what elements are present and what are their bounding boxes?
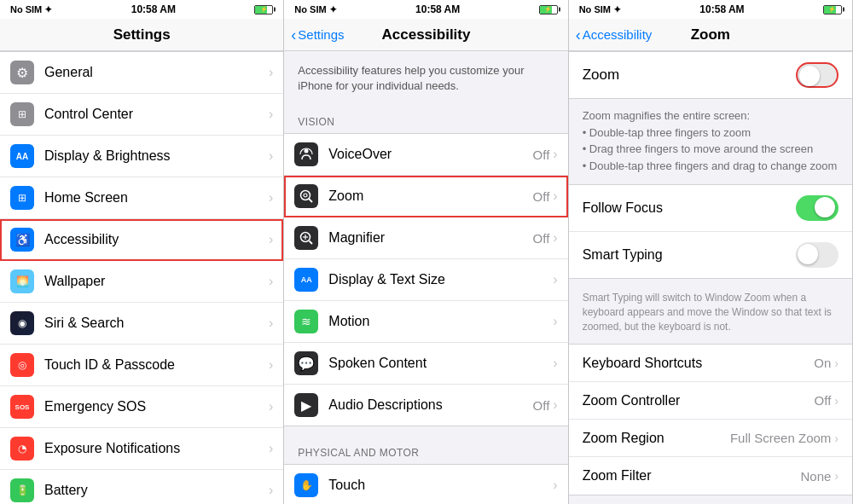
voiceover-chevron: ›: [553, 147, 557, 162]
motion-icon: ≋: [294, 310, 318, 333]
battery-icon-1: ⚡: [254, 5, 273, 14]
accessibility-item-spoken-content[interactable]: 💬 Spoken Content ›: [284, 343, 567, 385]
keyboard-shortcuts-chevron: ›: [834, 356, 838, 370]
zoom-filter-label: Zoom Filter: [583, 468, 652, 484]
nav-bar-accessibility: ‹ Settings Accessibility: [284, 19, 567, 51]
panel-accessibility: No SIM ✦ 10:58 AM ⚡ ‹ Settings Accessibi…: [284, 0, 568, 504]
audio-desc-chevron: ›: [553, 397, 557, 413]
general-icon: ⚙: [10, 61, 34, 84]
status-time-3: 10:58 AM: [699, 3, 744, 15]
settings-item-accessibility[interactable]: ♿ Accessibility ›: [0, 219, 283, 261]
zoom-region-label: Zoom Region: [583, 431, 664, 446]
wallpaper-chevron: ›: [269, 274, 273, 289]
keyboard-shortcuts-val-text: On: [814, 356, 831, 370]
emergency-sos-label: Emergency SOS: [44, 399, 269, 414]
audio-desc-value: Off: [533, 398, 550, 413]
zoom-controller-val-text: Off: [815, 393, 832, 408]
settings-item-siri[interactable]: ◉ Siri & Search ›: [0, 303, 283, 345]
settings-item-control-center[interactable]: ⊞ Control Center ›: [0, 94, 283, 136]
zoom-other-options-group: Keyboard Shortcuts On › Zoom Controller …: [569, 344, 852, 495]
battery-settings-icon: 🔋: [10, 478, 34, 502]
back-to-settings[interactable]: ‹ Settings: [291, 27, 344, 43]
general-label: General: [44, 65, 269, 80]
spoken-content-label: Spoken Content: [328, 356, 553, 371]
spoken-content-chevron: ›: [553, 356, 557, 371]
accessibility-list: Accessibility features help you customiz…: [284, 51, 567, 504]
accessibility-item-zoom[interactable]: Zoom Off ›: [284, 176, 567, 217]
status-bar-2: No SIM ✦ 10:58 AM ⚡: [284, 0, 567, 19]
keyboard-shortcuts-row[interactable]: Keyboard Shortcuts On ›: [569, 345, 852, 382]
nav-title-accessibility: Accessibility: [382, 26, 471, 43]
zoom-toggle[interactable]: [796, 62, 838, 88]
accessibility-chevron: ›: [269, 232, 273, 247]
touchid-label: Touch ID & Passcode: [44, 357, 269, 373]
control-center-chevron: ›: [269, 107, 273, 122]
zoom-region-value: Full Screen Zoom ›: [730, 431, 838, 445]
siri-chevron: ›: [269, 316, 273, 331]
accessibility-item-voiceover[interactable]: VoiceOver Off ›: [284, 134, 567, 176]
smart-typing-toggle[interactable]: [796, 242, 838, 268]
svg-line-5: [310, 241, 313, 245]
settings-item-home-screen[interactable]: ⊞ Home Screen ›: [0, 177, 283, 219]
status-right-1: ⚡: [254, 5, 273, 14]
home-screen-chevron: ›: [269, 190, 273, 206]
zoom-region-val-text: Full Screen Zoom: [730, 431, 831, 445]
accessibility-item-display-text[interactable]: AA Display & Text Size ›: [284, 259, 567, 301]
magnifier-value: Off: [533, 231, 550, 246]
zoom-toggle-knob: [799, 66, 820, 86]
settings-item-display[interactable]: AA Display & Brightness ›: [0, 136, 283, 177]
touchid-icon: ◎: [10, 353, 34, 377]
follow-focus-toggle[interactable]: [796, 195, 838, 221]
vision-section-header: VISION: [284, 102, 567, 133]
follow-focus-row: Follow Focus: [569, 185, 852, 232]
wallpaper-label: Wallpaper: [44, 274, 269, 289]
back-chevron-2: ‹: [291, 27, 296, 43]
settings-item-general[interactable]: ⚙ General ›: [0, 52, 283, 94]
back-to-accessibility[interactable]: ‹ Accessibility: [576, 27, 653, 43]
status-right-2: ⚡: [539, 5, 558, 14]
magnifier-icon: [294, 226, 318, 250]
bolt-2: ⚡: [544, 6, 552, 13]
zoom-filter-row[interactable]: Zoom Filter None ›: [569, 457, 852, 495]
emergency-sos-icon: SOS: [10, 395, 34, 419]
zoom-settings-panel: Zoom Zoom magnifies the entire screen: D…: [569, 51, 852, 504]
accessibility-item-motion[interactable]: ≋ Motion ›: [284, 301, 567, 343]
status-bar-3: No SIM ✦ 10:58 AM ⚡: [569, 0, 852, 19]
svg-line-2: [309, 199, 312, 202]
display-label: Display & Brightness: [44, 148, 269, 164]
accessibility-item-touch[interactable]: ✋ Touch ›: [284, 465, 567, 504]
settings-item-exposure[interactable]: ◔ Exposure Notifications ›: [0, 428, 283, 470]
status-right-3: ⚡: [823, 5, 842, 14]
touchid-chevron: ›: [269, 357, 273, 373]
accessibility-item-audio-desc[interactable]: ▶ Audio Descriptions Off ›: [284, 385, 567, 426]
accessibility-item-magnifier[interactable]: Magnifier Off ›: [284, 217, 567, 259]
control-center-label: Control Center: [44, 107, 269, 122]
svg-point-3: [304, 194, 307, 197]
no-sim-2: No SIM ✦: [294, 4, 336, 15]
back-chevron-3: ‹: [576, 27, 581, 43]
zoom-chevron-p2: ›: [553, 188, 557, 204]
home-screen-label: Home Screen: [44, 190, 269, 206]
physical-motor-group: ✋ Touch › ⊞ Switch Control Off › 🎙 Voice…: [284, 464, 567, 504]
siri-label: Siri & Search: [44, 316, 269, 331]
magnifier-label: Magnifier: [328, 230, 532, 246]
touch-label: Touch: [328, 478, 553, 493]
bolt-3: ⚡: [828, 6, 836, 13]
settings-item-wallpaper[interactable]: 🌅 Wallpaper ›: [0, 261, 283, 303]
zoom-desc-list: Double-tap three fingers to zoom Drag th…: [583, 125, 838, 175]
zoom-controller-label: Zoom Controller: [583, 393, 681, 408]
zoom-filter-chevron: ›: [834, 469, 838, 483]
settings-item-touchid[interactable]: ◎ Touch ID & Passcode ›: [0, 345, 283, 386]
back-label-2: Settings: [298, 27, 344, 42]
settings-item-battery[interactable]: 🔋 Battery ›: [0, 470, 283, 504]
siri-icon: ◉: [10, 311, 34, 335]
nav-title-settings: Settings: [113, 26, 171, 43]
settings-item-emergency-sos[interactable]: SOS Emergency SOS ›: [0, 386, 283, 428]
wallpaper-icon: 🌅: [10, 269, 34, 293]
voiceover-icon: [294, 142, 318, 166]
zoom-controller-row[interactable]: Zoom Controller Off ›: [569, 382, 852, 420]
settings-group: ⚙ General › ⊞ Control Center › AA Displa…: [0, 51, 283, 504]
zoom-region-row[interactable]: Zoom Region Full Screen Zoom ›: [569, 420, 852, 457]
voiceover-value: Off: [533, 148, 550, 162]
battery-icon-2: ⚡: [539, 5, 558, 14]
